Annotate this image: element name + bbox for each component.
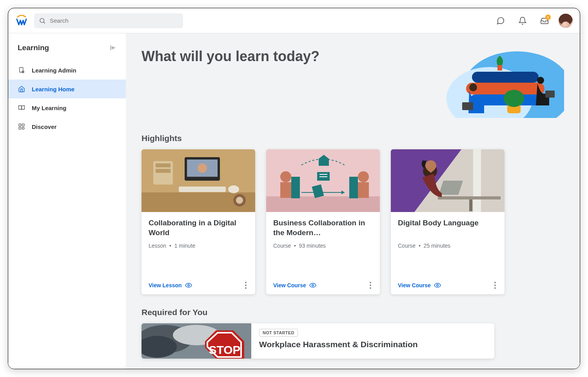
- view-course-link[interactable]: View Course: [398, 282, 441, 289]
- svg-rect-21: [545, 91, 555, 98]
- main-content: What will you learn today?: [126, 33, 580, 369]
- sidebar: Learning Learning Admin Learning Home: [8, 33, 126, 369]
- sidebar-item-label: Discover: [32, 123, 56, 130]
- inbox-badge: 5: [545, 14, 551, 20]
- hero-illustration: [439, 44, 564, 118]
- svg-rect-8: [19, 127, 21, 129]
- svg-rect-55: [438, 196, 501, 199]
- sidebar-title: Learning: [18, 44, 49, 52]
- svg-point-28: [228, 185, 239, 193]
- required-heading: Required for You: [142, 308, 564, 317]
- eye-icon: [309, 282, 316, 289]
- page-title: What will you learn today?: [142, 48, 319, 65]
- notifications-icon[interactable]: [515, 13, 530, 29]
- svg-rect-6: [19, 124, 21, 126]
- svg-rect-41: [358, 182, 369, 198]
- svg-point-51: [312, 285, 314, 286]
- svg-rect-32: [156, 163, 171, 167]
- eye-icon: [434, 282, 441, 289]
- card-more-menu[interactable]: [368, 280, 373, 290]
- card-meta: Course • 25 minutes: [398, 243, 497, 249]
- workday-logo[interactable]: [15, 14, 28, 27]
- svg-rect-27: [179, 187, 226, 192]
- svg-point-0: [40, 18, 44, 23]
- svg-rect-36: [266, 196, 380, 212]
- required-thumbnail: STOP: [142, 323, 251, 359]
- book-open-icon: [18, 104, 25, 112]
- svg-rect-43: [319, 159, 329, 166]
- required-card[interactable]: STOP NOT STARTED Workplace Harassment & …: [142, 323, 494, 359]
- svg-point-40: [358, 171, 369, 182]
- card-meta: Lesson • 1 minute: [149, 243, 248, 249]
- svg-rect-38: [280, 182, 291, 198]
- clipboard-gear-icon: [18, 66, 25, 74]
- highlight-card[interactable]: Business Collaboration in the Modern… Co…: [266, 149, 380, 294]
- card-thumbnail: [391, 149, 505, 212]
- svg-rect-33: [156, 169, 171, 173]
- svg-point-30: [236, 197, 243, 204]
- svg-rect-42: [349, 177, 358, 198]
- required-course-title: Workplace Harassment & Discrimination: [259, 340, 418, 349]
- card-thumbnail: [142, 149, 255, 212]
- sidebar-item-my-learning[interactable]: My Learning: [8, 98, 126, 117]
- sidebar-item-label: My Learning: [32, 105, 66, 111]
- highlights-cards: Collaborating in a Digital World Lesson …: [142, 149, 564, 294]
- svg-rect-54: [473, 149, 481, 212]
- inbox-icon[interactable]: 5: [537, 13, 552, 29]
- view-course-link[interactable]: View Course: [273, 282, 316, 289]
- card-title: Collaborating in a Digital World: [149, 218, 248, 238]
- highlights-heading: Highlights: [142, 134, 564, 143]
- svg-rect-7: [22, 124, 24, 126]
- collapse-sidebar-icon[interactable]: [109, 44, 116, 51]
- svg-rect-14: [472, 72, 539, 83]
- home-icon: [18, 85, 25, 93]
- view-lesson-link[interactable]: View Lesson: [149, 282, 192, 289]
- svg-point-37: [280, 171, 291, 182]
- svg-point-59: [437, 285, 439, 286]
- card-more-menu[interactable]: [493, 280, 497, 290]
- sidebar-item-discover[interactable]: Discover: [8, 117, 126, 136]
- svg-point-34: [187, 285, 189, 286]
- svg-rect-39: [291, 177, 300, 198]
- card-more-menu[interactable]: [243, 280, 248, 290]
- chat-icon[interactable]: [493, 13, 508, 29]
- search-icon: [39, 17, 46, 24]
- svg-rect-17: [497, 65, 502, 71]
- avatar[interactable]: [559, 14, 573, 28]
- card-meta: Course • 93 minutes: [273, 243, 373, 249]
- card-title: Digital Body Language: [398, 218, 497, 238]
- highlight-card[interactable]: Digital Body Language Course • 25 minute…: [391, 149, 505, 294]
- svg-point-9: [22, 127, 24, 129]
- svg-rect-56: [469, 199, 472, 211]
- topbar: 5: [8, 8, 580, 33]
- sidebar-item-learning-home[interactable]: Learning Home: [8, 80, 126, 98]
- svg-point-18: [469, 83, 477, 91]
- card-thumbnail: [266, 149, 380, 212]
- search-input[interactable]: [50, 17, 178, 24]
- svg-line-1: [44, 22, 45, 23]
- svg-rect-19: [462, 102, 473, 110]
- search-input-container[interactable]: [34, 13, 183, 28]
- svg-point-20: [537, 77, 544, 84]
- svg-point-16: [504, 90, 524, 107]
- card-title: Business Collaboration in the Modern…: [273, 218, 373, 238]
- svg-point-26: [198, 163, 207, 173]
- sidebar-item-label: Learning Home: [32, 86, 74, 92]
- highlight-card[interactable]: Collaborating in a Digital World Lesson …: [142, 149, 255, 294]
- svg-rect-13: [466, 83, 544, 94]
- svg-text:STOP: STOP: [209, 343, 240, 356]
- grid-plus-icon: [18, 123, 25, 130]
- status-badge: NOT STARTED: [259, 329, 298, 337]
- sidebar-item-learning-admin[interactable]: Learning Admin: [8, 61, 126, 80]
- sidebar-item-label: Learning Admin: [32, 67, 76, 74]
- eye-icon: [185, 282, 192, 289]
